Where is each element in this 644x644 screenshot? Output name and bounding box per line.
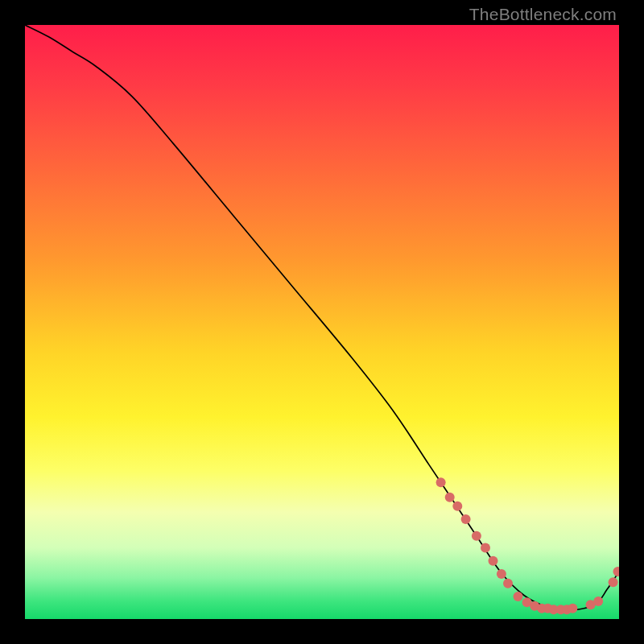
curve-marker [489, 556, 498, 566]
plot-area [25, 25, 619, 619]
bottleneck-curve [25, 25, 619, 610]
curve-marker [472, 531, 481, 541]
curve-marker [481, 543, 490, 552]
curve-marker [452, 502, 462, 511]
chart-stage: TheBottleneck.com [0, 0, 644, 644]
curve-marker [503, 579, 513, 588]
curve-marker [514, 592, 523, 601]
curve-marker [497, 569, 506, 579]
curve-marker [436, 477, 446, 487]
curve-marker [609, 577, 618, 587]
curve-marker [445, 493, 455, 502]
curve-markers [436, 477, 619, 614]
curve-marker [613, 567, 620, 576]
watermark-label: TheBottleneck.com [469, 5, 617, 24]
curve-marker [593, 597, 603, 606]
curve-marker [461, 514, 471, 524]
curve-marker [568, 604, 577, 613]
curve-layer [25, 25, 619, 619]
